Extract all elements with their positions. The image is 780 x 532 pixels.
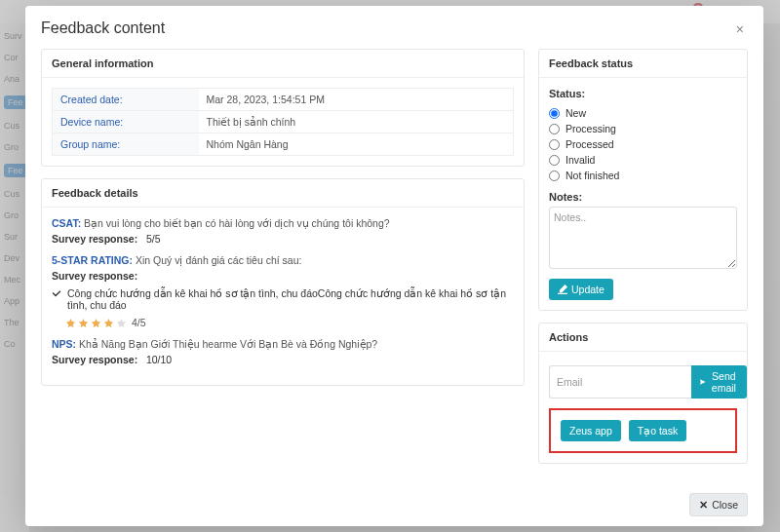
highlighted-actions: Zeus app Tạo task <box>549 408 737 453</box>
edit-icon <box>558 285 567 294</box>
csat-question: Bạn vui lòng cho biết bạn có hài lòng vớ… <box>84 217 390 229</box>
close-button[interactable]: ✕ Close <box>689 493 748 516</box>
info-table: Created date: Mar 28, 2023, 1:54:51 PM D… <box>52 88 514 156</box>
close-icon[interactable]: × <box>732 19 748 39</box>
status-option-label: Processed <box>566 138 614 150</box>
send-icon <box>700 377 706 387</box>
status-radio-invalid[interactable] <box>549 155 560 166</box>
status-option[interactable]: Invalid <box>549 154 737 166</box>
status-option-label: New <box>566 107 586 119</box>
status-radio-processed[interactable] <box>549 139 560 150</box>
star-icon <box>91 318 101 328</box>
info-val: Mar 28, 2023, 1:54:51 PM <box>199 89 514 111</box>
info-val: Thiết bị sảnh chính <box>199 111 514 133</box>
notes-label: Notes: <box>549 191 737 203</box>
nps-label: NPS: <box>52 338 76 350</box>
star-label: 5-STAR RATING: <box>52 254 133 266</box>
actions-card: Actions Send email Zeus app <box>538 323 748 464</box>
info-key: Created date: <box>53 89 199 111</box>
nps-question: Khả Năng Bạn Giới Thiệu hearme Với Bạn B… <box>79 338 377 350</box>
notes-input[interactable] <box>549 207 737 269</box>
star-icon <box>103 318 114 328</box>
card-header: Actions <box>539 323 747 352</box>
status-label: Status: <box>549 88 737 99</box>
status-option[interactable]: Not finished <box>549 170 737 181</box>
criterion-text: Công chức hướng dẫn kê khai hồ sơ tận tì… <box>67 287 514 311</box>
close-x-icon: ✕ <box>699 499 708 511</box>
star-icon <box>116 318 127 328</box>
status-option-label: Processing <box>566 123 616 134</box>
star-rating-row: 5-STAR RATING: Xin Quý vị đánh giá các t… <box>52 254 514 328</box>
response-label: Survey response: <box>52 233 137 245</box>
create-task-button[interactable]: Tạo task <box>629 420 686 441</box>
feedback-details-card: Feedback details CSAT: Bạn vui lòng cho … <box>41 178 525 386</box>
csat-response: 5/5 <box>146 233 161 245</box>
nps-row: NPS: Khả Năng Bạn Giới Thiệu hearme Với … <box>52 338 514 365</box>
card-header: Feedback details <box>42 179 524 208</box>
email-input[interactable] <box>549 365 691 399</box>
modal-title: Feedback content <box>41 19 165 37</box>
csat-label: CSAT: <box>52 217 81 229</box>
table-row: Created date: Mar 28, 2023, 1:54:51 PM <box>53 89 514 111</box>
feedback-status-card: Feedback status Status: New Processing P… <box>538 49 748 311</box>
status-option[interactable]: Processing <box>549 123 737 134</box>
close-button-label: Close <box>712 499 738 511</box>
update-button[interactable]: Update <box>549 279 613 300</box>
star-rating-text: 4/5 <box>132 317 146 328</box>
card-header: General information <box>42 50 524 78</box>
feedback-modal: Feedback content × General information C… <box>25 6 763 526</box>
response-label: Survey response: <box>52 270 137 282</box>
card-header: Feedback status <box>539 50 747 78</box>
zeus-app-button[interactable]: Zeus app <box>561 420 621 441</box>
csat-row: CSAT: Bạn vui lòng cho biết bạn có hài l… <box>52 217 514 245</box>
table-row: Group name: Nhóm Ngân Hàng <box>53 133 514 156</box>
criterion-row: Công chức hướng dẫn kê khai hồ sơ tận tì… <box>52 287 514 311</box>
update-button-label: Update <box>571 284 604 295</box>
status-option-label: Invalid <box>566 154 595 166</box>
star-icon <box>78 318 89 328</box>
star-question: Xin Quý vị đánh giá các tiêu chí sau: <box>136 254 302 266</box>
status-option-label: Not finished <box>566 170 619 181</box>
star-rating: 4/5 <box>65 317 514 328</box>
info-val: Nhóm Ngân Hàng <box>199 133 514 156</box>
check-icon <box>52 288 61 298</box>
send-email-button[interactable]: Send email <box>691 365 747 399</box>
info-key: Device name: <box>53 111 199 133</box>
star-icon <box>65 318 76 328</box>
table-row: Device name: Thiết bị sảnh chính <box>53 111 514 133</box>
status-option[interactable]: Processed <box>549 138 737 150</box>
response-label: Survey response: <box>52 354 137 365</box>
general-info-card: General information Created date: Mar 28… <box>41 49 525 167</box>
status-radio-notfinished[interactable] <box>549 171 560 181</box>
create-task-label: Tạo task <box>638 425 678 437</box>
status-radio-processing[interactable] <box>549 124 560 134</box>
zeus-app-label: Zeus app <box>569 425 612 437</box>
info-key: Group name: <box>53 133 199 156</box>
status-radio-new[interactable] <box>549 108 560 119</box>
status-option[interactable]: New <box>549 107 737 119</box>
send-email-label: Send email <box>710 370 738 394</box>
nps-response: 10/10 <box>146 354 172 365</box>
